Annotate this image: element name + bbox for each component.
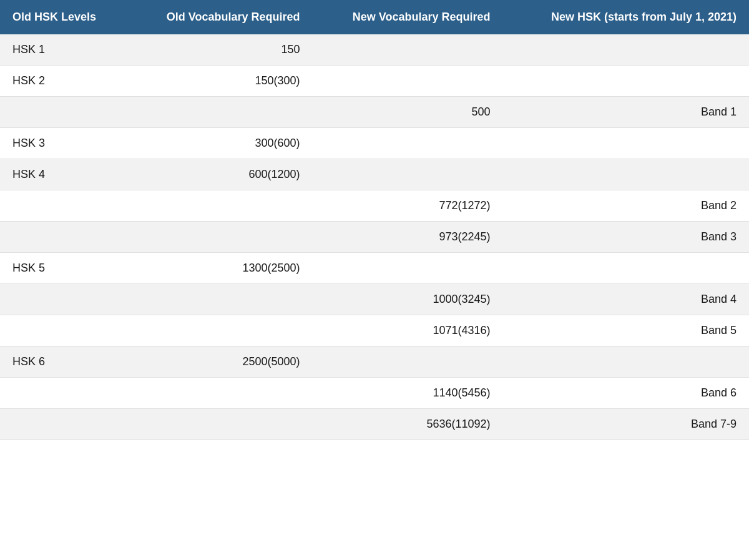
table-row: 1140(5456)Band 6 xyxy=(0,378,749,409)
table-row: HSK 2150(300) xyxy=(0,66,749,97)
cell-old-vocab: 2500(5000) xyxy=(127,346,313,378)
cell-new-hsk xyxy=(503,346,749,378)
cell-old-hsk: HSK 5 xyxy=(0,253,127,284)
cell-old-hsk xyxy=(0,222,127,253)
table-row: HSK 62500(5000) xyxy=(0,346,749,378)
cell-new-hsk xyxy=(503,66,749,97)
cell-old-vocab: 150(300) xyxy=(127,66,313,97)
col-header-old-hsk: Old HSK Levels xyxy=(0,0,127,34)
cell-old-vocab xyxy=(127,378,313,409)
cell-new-vocab: 1000(3245) xyxy=(313,284,503,315)
cell-new-hsk: Band 3 xyxy=(503,222,749,253)
cell-old-vocab xyxy=(127,190,313,222)
cell-old-vocab xyxy=(127,284,313,315)
cell-new-hsk xyxy=(503,34,749,66)
cell-old-hsk xyxy=(0,190,127,222)
cell-new-vocab: 973(2245) xyxy=(313,222,503,253)
cell-new-vocab xyxy=(313,128,503,159)
cell-old-vocab: 300(600) xyxy=(127,128,313,159)
cell-old-hsk xyxy=(0,97,127,128)
col-header-old-vocab: Old Vocabulary Required xyxy=(127,0,313,34)
cell-old-hsk xyxy=(0,378,127,409)
cell-old-vocab: 150 xyxy=(127,34,313,66)
col-header-new-hsk: New HSK (starts from July 1, 2021) xyxy=(503,0,749,34)
cell-old-vocab xyxy=(127,315,313,346)
cell-new-hsk: Band 7-9 xyxy=(503,409,749,440)
table-row: HSK 3300(600) xyxy=(0,128,749,159)
cell-new-hsk: Band 5 xyxy=(503,315,749,346)
cell-new-hsk xyxy=(503,128,749,159)
table-header-row: Old HSK Levels Old Vocabulary Required N… xyxy=(0,0,749,34)
cell-old-vocab: 1300(2500) xyxy=(127,253,313,284)
table-row: 5636(11092)Band 7-9 xyxy=(0,409,749,440)
table-row: 1071(4316)Band 5 xyxy=(0,315,749,346)
table-row: 772(1272)Band 2 xyxy=(0,190,749,222)
cell-new-vocab xyxy=(313,253,503,284)
hsk-comparison-table: Old HSK Levels Old Vocabulary Required N… xyxy=(0,0,749,440)
cell-old-hsk xyxy=(0,409,127,440)
table-row: 973(2245)Band 3 xyxy=(0,222,749,253)
cell-new-vocab xyxy=(313,346,503,378)
cell-new-hsk xyxy=(503,159,749,190)
table-row: 1000(3245)Band 4 xyxy=(0,284,749,315)
cell-new-vocab xyxy=(313,34,503,66)
cell-new-vocab: 1071(4316) xyxy=(313,315,503,346)
table-row: HSK 1150 xyxy=(0,34,749,66)
cell-new-vocab: 500 xyxy=(313,97,503,128)
cell-old-hsk: HSK 4 xyxy=(0,159,127,190)
cell-new-vocab xyxy=(313,159,503,190)
cell-new-hsk: Band 4 xyxy=(503,284,749,315)
cell-old-hsk: HSK 2 xyxy=(0,66,127,97)
cell-new-vocab: 772(1272) xyxy=(313,190,503,222)
cell-old-vocab xyxy=(127,97,313,128)
cell-old-hsk: HSK 3 xyxy=(0,128,127,159)
cell-old-hsk: HSK 1 xyxy=(0,34,127,66)
table-row: HSK 51300(2500) xyxy=(0,253,749,284)
cell-new-hsk: Band 1 xyxy=(503,97,749,128)
cell-old-hsk xyxy=(0,315,127,346)
cell-old-hsk xyxy=(0,284,127,315)
cell-old-vocab xyxy=(127,222,313,253)
hsk-comparison-table-container: Old HSK Levels Old Vocabulary Required N… xyxy=(0,0,749,440)
col-header-new-vocab: New Vocabulary Required xyxy=(313,0,503,34)
cell-old-vocab: 600(1200) xyxy=(127,159,313,190)
cell-new-hsk xyxy=(503,253,749,284)
cell-new-vocab: 1140(5456) xyxy=(313,378,503,409)
table-row: HSK 4600(1200) xyxy=(0,159,749,190)
table-row: 500Band 1 xyxy=(0,97,749,128)
cell-new-hsk: Band 2 xyxy=(503,190,749,222)
cell-old-vocab xyxy=(127,409,313,440)
cell-old-hsk: HSK 6 xyxy=(0,346,127,378)
cell-new-hsk: Band 6 xyxy=(503,378,749,409)
cell-new-vocab: 5636(11092) xyxy=(313,409,503,440)
cell-new-vocab xyxy=(313,66,503,97)
